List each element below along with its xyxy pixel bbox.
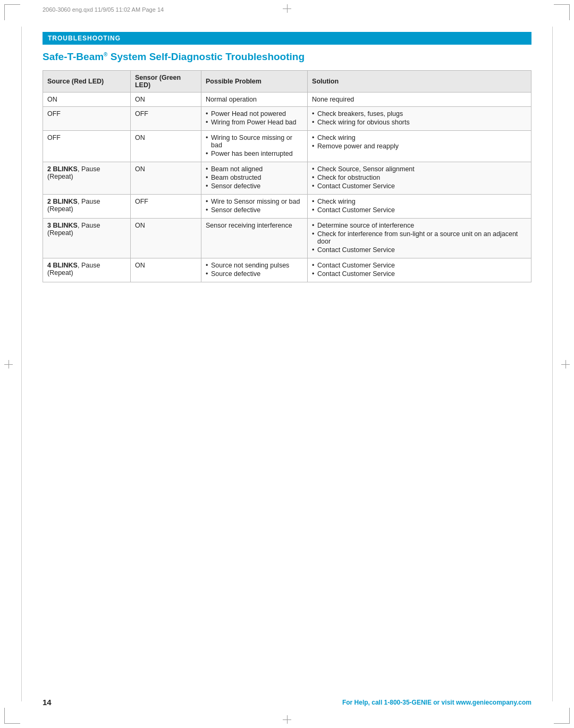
cross-bottom [283,715,291,724]
troubleshooting-table: Source (Red LED) Sensor (Green LED) Poss… [43,70,531,282]
header-bar: TROUBLESHOOTING [43,32,531,45]
cell-solution: Check wiringRemove power and reapply [308,131,531,162]
cell-source: 3 BLINKS, Pause (Repeat) [43,219,131,258]
cell-problem: Wire to Sensor missing or badSensor defe… [201,195,308,219]
cell-source: 2 BLINKS, Pause (Repeat) [43,162,131,195]
table-row: 3 BLINKS, Pause (Repeat)ONSensor receivi… [43,219,531,258]
section-title: Safe-T-Beam® System Self-Diagnostic Trou… [43,51,531,63]
cell-source: OFF [43,107,131,131]
cell-sensor: ON [130,258,201,282]
cell-problem: Source not sending pulsesSource defectiv… [201,258,308,282]
cross-right [561,360,570,369]
footer: 14 For Help, call 1-800-35-GENIE or visi… [43,698,531,707]
table-row: 2 BLINKS, Pause (Repeat)OFFWire to Senso… [43,195,531,219]
cell-source: ON [43,93,131,107]
cell-solution: Check wiringContact Customer Service [308,195,531,219]
section-title-main: Safe-T-Beam [43,51,104,62]
cell-problem: Power Head not poweredWiring from Power … [201,107,308,131]
header-label: TROUBLESHOOTING [48,35,121,42]
crop-mark-tr [554,4,570,20]
cell-problem: Wiring to Source missing or badPower has… [201,131,308,162]
col-header-solution: Solution [308,71,531,93]
page-wrapper: 2060-3060 eng.qxd 11/9/05 11:02 AM Page … [0,0,574,728]
side-line-left [21,27,22,701]
cell-solution: None required [308,93,531,107]
cell-sensor: OFF [130,107,201,131]
cell-solution: Check breakers, fuses, plugsCheck wiring… [308,107,531,131]
table-row: OFFONWiring to Source missing or badPowe… [43,131,531,162]
cell-solution: Check Source, Sensor alignmentCheck for … [308,162,531,195]
col-header-source: Source (Red LED) [43,71,131,93]
cell-sensor: ON [130,162,201,195]
cell-source: OFF [43,131,131,162]
cell-solution: Determine source of interferenceCheck fo… [308,219,531,258]
page-number: 14 [43,698,52,707]
table-row: ONONNormal operationNone required [43,93,531,107]
cell-source: 4 BLINKS, Pause (Repeat) [43,258,131,282]
cross-top [283,4,291,13]
crop-mark-tl [4,4,20,20]
cell-problem: Beam not alignedBeam obstructedSensor de… [201,162,308,195]
crop-mark-br [554,708,570,724]
cell-sensor: ON [130,131,201,162]
cell-sensor: ON [130,93,201,107]
col-header-problem: Possible Problem [201,71,308,93]
cell-problem: Normal operation [201,93,308,107]
cell-sensor: OFF [130,195,201,219]
cell-sensor: ON [130,219,201,258]
table-row: 4 BLINKS, Pause (Repeat)ONSource not sen… [43,258,531,282]
file-path: 2060-3060 eng.qxd 11/9/05 11:02 AM Page … [43,6,164,13]
cell-problem: Sensor receiving interference [201,219,308,258]
footer-help-text: For Help, call 1-800-35-GENIE or visit w… [342,699,531,706]
col-header-sensor: Sensor (Green LED) [130,71,201,93]
table-row: OFFOFFPower Head not poweredWiring from … [43,107,531,131]
crop-mark-bl [4,708,20,724]
section-title-rest: System Self-Diagnostic Troubleshooting [107,51,305,62]
cell-source: 2 BLINKS, Pause (Repeat) [43,195,131,219]
cell-solution: Contact Customer ServiceContact Customer… [308,258,531,282]
table-row: 2 BLINKS, Pause (Repeat)ONBeam not align… [43,162,531,195]
cross-left [4,360,13,369]
side-line-right [552,27,553,701]
table-header-row: Source (Red LED) Sensor (Green LED) Poss… [43,71,531,93]
